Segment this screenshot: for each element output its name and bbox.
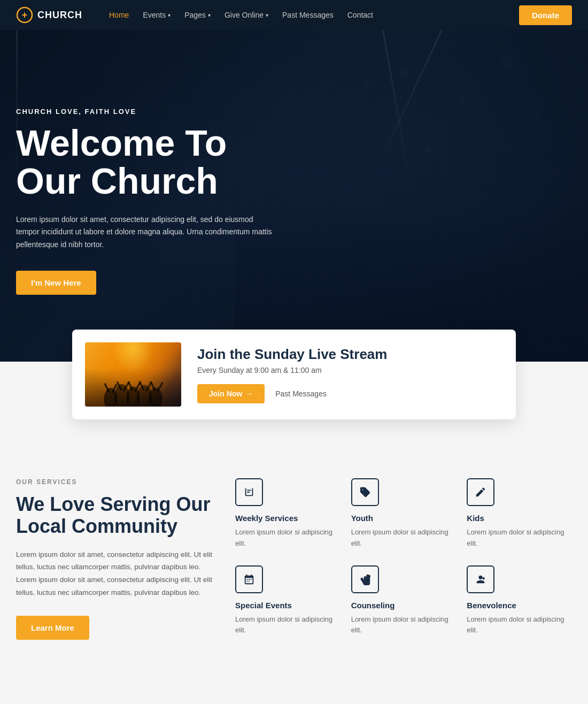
services-grid: Weekly Services Lorem ipsum dolor si adi… bbox=[235, 478, 572, 640]
book-icon bbox=[243, 486, 255, 498]
person-icon bbox=[475, 573, 486, 585]
counseling-name: Counseling bbox=[351, 601, 457, 610]
hero-section: CHURCH LOVE, FAITH LOVE Welcome To Our C… bbox=[0, 30, 588, 362]
hero-eyebrow: CHURCH LOVE, FAITH LOVE bbox=[16, 108, 294, 116]
crowd-svg bbox=[85, 362, 181, 407]
weekly-services-desc: Lorem ipsum dolor si adipiscing elit. bbox=[235, 527, 341, 549]
benevolence-icon-box bbox=[467, 565, 494, 593]
past-messages-link[interactable]: Past Messages bbox=[275, 389, 327, 398]
svg-line-16 bbox=[158, 383, 162, 391]
chevron-down-icon: ▾ bbox=[208, 12, 211, 18]
counseling-icon-box bbox=[351, 565, 379, 593]
youth-name: Youth bbox=[351, 514, 457, 523]
weekly-services-name: Weekly Services bbox=[235, 514, 341, 523]
livestream-info: Join the Sunday Live Stream Every Sunday… bbox=[197, 346, 494, 403]
hand-icon bbox=[359, 573, 371, 585]
nav-item-give-online[interactable]: Give Online ▾ bbox=[219, 7, 274, 22]
learn-more-button[interactable]: Learn More bbox=[16, 616, 89, 640]
services-eyebrow: OUR SERVICES bbox=[16, 478, 214, 486]
chevron-down-icon: ▾ bbox=[266, 12, 268, 18]
main-nav: Home Events ▾ Pages ▾ Give Online ▾ Past… bbox=[104, 7, 519, 22]
weekly-services-icon-box bbox=[235, 478, 263, 506]
donate-button[interactable]: Donate bbox=[519, 5, 572, 25]
kids-desc: Lorem ipsum dolor si adipiscing elit. bbox=[467, 527, 572, 549]
hero-description: Lorem ipsum dolor sit amet, consectetur … bbox=[16, 213, 273, 251]
join-now-button[interactable]: Join Now → bbox=[197, 384, 265, 403]
benevolence-name: Benevolence bbox=[467, 601, 572, 610]
livestream-title: Join the Sunday Live Stream bbox=[197, 346, 494, 363]
nav-item-home[interactable]: Home bbox=[104, 7, 134, 22]
livestream-wrapper: Join the Sunday Live Stream Every Sunday… bbox=[0, 330, 588, 441]
pencil-icon bbox=[475, 486, 486, 498]
services-description: Lorem ipsum dolor sit amet, consectetur … bbox=[16, 548, 214, 599]
kids-icon-box bbox=[467, 478, 494, 506]
special-events-icon-box bbox=[235, 565, 263, 593]
service-item-youth: Youth Lorem ipsum dolor si adipiscing el… bbox=[351, 478, 457, 549]
nav-item-events[interactable]: Events ▾ bbox=[137, 7, 176, 22]
service-item-weekly-services: Weekly Services Lorem ipsum dolor si adi… bbox=[235, 478, 341, 549]
livestream-card: Join the Sunday Live Stream Every Sunday… bbox=[72, 330, 516, 419]
livestream-schedule: Every Sunday at 9:00 am & 11:00 am bbox=[197, 366, 494, 374]
nav-item-pages[interactable]: Pages ▾ bbox=[179, 7, 216, 22]
nav-item-past-messages[interactable]: Past Messages bbox=[277, 7, 339, 22]
arrow-right-icon: → bbox=[245, 389, 253, 398]
kids-name: Kids bbox=[467, 514, 572, 523]
services-title: We Love Serving Our Local Community bbox=[16, 493, 214, 538]
hero-content: CHURCH LOVE, FAITH LOVE Welcome To Our C… bbox=[16, 108, 294, 295]
service-item-special-events: Special Events Lorem ipsum dolor si adip… bbox=[235, 565, 341, 637]
service-item-benevolence: Benevolence Lorem ipsum dolor si adipisc… bbox=[467, 565, 572, 637]
calendar-icon bbox=[243, 573, 255, 585]
special-events-name: Special Events bbox=[235, 601, 341, 610]
logo[interactable]: + CHURCH bbox=[16, 6, 82, 24]
service-item-kids: Kids Lorem ipsum dolor si adipiscing eli… bbox=[467, 478, 572, 549]
hero-title: Welcome To Our Church bbox=[16, 124, 294, 201]
special-events-desc: Lorem ipsum dolor si adipiscing elit. bbox=[235, 614, 341, 637]
logo-icon: + bbox=[16, 6, 33, 24]
youth-desc: Lorem ipsum dolor si adipiscing elit. bbox=[351, 527, 457, 549]
nav-item-contact[interactable]: Contact bbox=[342, 7, 378, 22]
benevolence-desc: Lorem ipsum dolor si adipiscing elit. bbox=[467, 614, 572, 637]
counseling-desc: Lorem ipsum dolor si adipiscing elit. bbox=[351, 614, 457, 637]
svg-text:+: + bbox=[22, 10, 28, 20]
logo-text: CHURCH bbox=[37, 10, 82, 21]
livestream-section: Join the Sunday Live Stream Every Sunday… bbox=[0, 330, 588, 419]
tag-icon bbox=[359, 486, 371, 498]
livestream-actions: Join Now → Past Messages bbox=[197, 384, 494, 403]
new-here-button[interactable]: I'm New Here bbox=[16, 271, 96, 295]
services-left-column: OUR SERVICES We Love Serving Our Local C… bbox=[16, 478, 214, 640]
services-section: OUR SERVICES We Love Serving Our Local C… bbox=[0, 441, 588, 672]
service-item-counseling: Counseling Lorem ipsum dolor si adipisci… bbox=[351, 565, 457, 637]
livestream-image bbox=[85, 342, 181, 407]
chevron-down-icon: ▾ bbox=[168, 12, 171, 18]
youth-icon-box bbox=[351, 478, 379, 506]
header: + CHURCH Home Events ▾ Pages ▾ Give Onli… bbox=[0, 0, 588, 30]
